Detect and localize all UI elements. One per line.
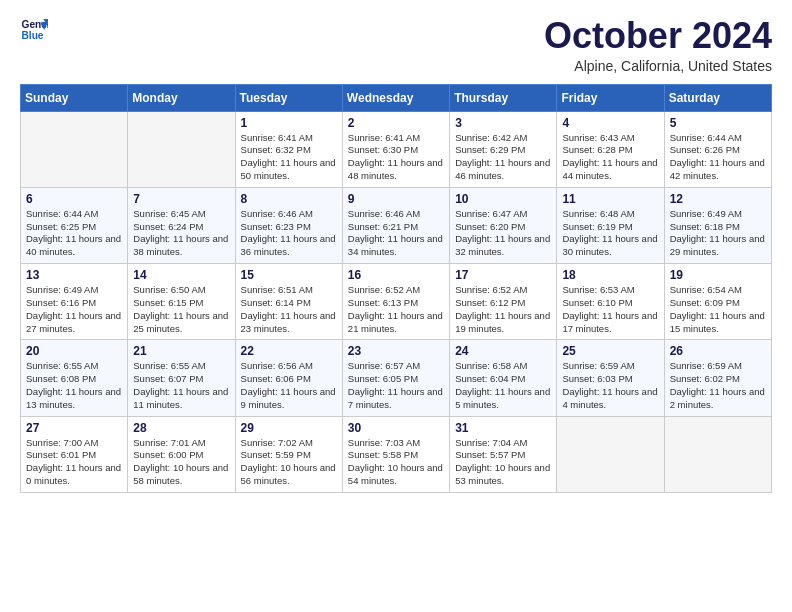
day-info: Sunrise: 6:50 AM Sunset: 6:15 PM Dayligh… [133, 284, 229, 335]
day-info: Sunrise: 7:03 AM Sunset: 5:58 PM Dayligh… [348, 437, 444, 488]
logo-icon: General Blue [20, 16, 48, 44]
table-row [664, 416, 771, 492]
day-number: 7 [133, 192, 229, 206]
table-row: 10Sunrise: 6:47 AM Sunset: 6:20 PM Dayli… [450, 187, 557, 263]
day-number: 26 [670, 344, 766, 358]
table-row: 3Sunrise: 6:42 AM Sunset: 6:29 PM Daylig… [450, 111, 557, 187]
table-row: 21Sunrise: 6:55 AM Sunset: 6:07 PM Dayli… [128, 340, 235, 416]
col-friday: Friday [557, 84, 664, 111]
table-row: 29Sunrise: 7:02 AM Sunset: 5:59 PM Dayli… [235, 416, 342, 492]
calendar-week-row: 1Sunrise: 6:41 AM Sunset: 6:32 PM Daylig… [21, 111, 772, 187]
day-info: Sunrise: 6:43 AM Sunset: 6:28 PM Dayligh… [562, 132, 658, 183]
table-row: 14Sunrise: 6:50 AM Sunset: 6:15 PM Dayli… [128, 264, 235, 340]
day-info: Sunrise: 6:53 AM Sunset: 6:10 PM Dayligh… [562, 284, 658, 335]
table-row: 31Sunrise: 7:04 AM Sunset: 5:57 PM Dayli… [450, 416, 557, 492]
day-number: 5 [670, 116, 766, 130]
day-info: Sunrise: 7:02 AM Sunset: 5:59 PM Dayligh… [241, 437, 337, 488]
day-info: Sunrise: 6:59 AM Sunset: 6:03 PM Dayligh… [562, 360, 658, 411]
table-row: 2Sunrise: 6:41 AM Sunset: 6:30 PM Daylig… [342, 111, 449, 187]
day-number: 30 [348, 421, 444, 435]
table-row: 22Sunrise: 6:56 AM Sunset: 6:06 PM Dayli… [235, 340, 342, 416]
day-info: Sunrise: 6:55 AM Sunset: 6:07 PM Dayligh… [133, 360, 229, 411]
day-number: 14 [133, 268, 229, 282]
table-row: 27Sunrise: 7:00 AM Sunset: 6:01 PM Dayli… [21, 416, 128, 492]
table-row: 4Sunrise: 6:43 AM Sunset: 6:28 PM Daylig… [557, 111, 664, 187]
day-number: 18 [562, 268, 658, 282]
day-number: 6 [26, 192, 122, 206]
day-info: Sunrise: 6:56 AM Sunset: 6:06 PM Dayligh… [241, 360, 337, 411]
day-number: 22 [241, 344, 337, 358]
day-info: Sunrise: 7:04 AM Sunset: 5:57 PM Dayligh… [455, 437, 551, 488]
table-row [21, 111, 128, 187]
table-row: 12Sunrise: 6:49 AM Sunset: 6:18 PM Dayli… [664, 187, 771, 263]
table-row: 17Sunrise: 6:52 AM Sunset: 6:12 PM Dayli… [450, 264, 557, 340]
table-row: 13Sunrise: 6:49 AM Sunset: 6:16 PM Dayli… [21, 264, 128, 340]
day-info: Sunrise: 6:41 AM Sunset: 6:30 PM Dayligh… [348, 132, 444, 183]
day-number: 15 [241, 268, 337, 282]
day-number: 11 [562, 192, 658, 206]
header: General Blue October 2024 Alpine, Califo… [20, 16, 772, 74]
day-info: Sunrise: 6:52 AM Sunset: 6:13 PM Dayligh… [348, 284, 444, 335]
day-info: Sunrise: 7:00 AM Sunset: 6:01 PM Dayligh… [26, 437, 122, 488]
day-number: 20 [26, 344, 122, 358]
col-sunday: Sunday [21, 84, 128, 111]
day-info: Sunrise: 6:57 AM Sunset: 6:05 PM Dayligh… [348, 360, 444, 411]
svg-text:Blue: Blue [22, 30, 44, 41]
col-wednesday: Wednesday [342, 84, 449, 111]
day-number: 12 [670, 192, 766, 206]
day-info: Sunrise: 6:49 AM Sunset: 6:18 PM Dayligh… [670, 208, 766, 259]
table-row: 6Sunrise: 6:44 AM Sunset: 6:25 PM Daylig… [21, 187, 128, 263]
day-number: 10 [455, 192, 551, 206]
table-row [557, 416, 664, 492]
table-row: 20Sunrise: 6:55 AM Sunset: 6:08 PM Dayli… [21, 340, 128, 416]
month-title: October 2024 [544, 16, 772, 56]
page: General Blue October 2024 Alpine, Califo… [0, 0, 792, 509]
title-block: October 2024 Alpine, California, United … [544, 16, 772, 74]
calendar-week-row: 6Sunrise: 6:44 AM Sunset: 6:25 PM Daylig… [21, 187, 772, 263]
day-number: 13 [26, 268, 122, 282]
day-number: 8 [241, 192, 337, 206]
col-tuesday: Tuesday [235, 84, 342, 111]
calendar: Sunday Monday Tuesday Wednesday Thursday… [20, 84, 772, 493]
day-info: Sunrise: 6:44 AM Sunset: 6:25 PM Dayligh… [26, 208, 122, 259]
table-row: 19Sunrise: 6:54 AM Sunset: 6:09 PM Dayli… [664, 264, 771, 340]
day-info: Sunrise: 6:44 AM Sunset: 6:26 PM Dayligh… [670, 132, 766, 183]
day-info: Sunrise: 6:47 AM Sunset: 6:20 PM Dayligh… [455, 208, 551, 259]
location: Alpine, California, United States [544, 58, 772, 74]
table-row: 23Sunrise: 6:57 AM Sunset: 6:05 PM Dayli… [342, 340, 449, 416]
table-row: 26Sunrise: 6:59 AM Sunset: 6:02 PM Dayli… [664, 340, 771, 416]
day-number: 31 [455, 421, 551, 435]
day-info: Sunrise: 6:46 AM Sunset: 6:21 PM Dayligh… [348, 208, 444, 259]
table-row: 16Sunrise: 6:52 AM Sunset: 6:13 PM Dayli… [342, 264, 449, 340]
day-number: 24 [455, 344, 551, 358]
day-info: Sunrise: 6:51 AM Sunset: 6:14 PM Dayligh… [241, 284, 337, 335]
calendar-week-row: 27Sunrise: 7:00 AM Sunset: 6:01 PM Dayli… [21, 416, 772, 492]
day-info: Sunrise: 6:42 AM Sunset: 6:29 PM Dayligh… [455, 132, 551, 183]
calendar-week-row: 13Sunrise: 6:49 AM Sunset: 6:16 PM Dayli… [21, 264, 772, 340]
table-row: 8Sunrise: 6:46 AM Sunset: 6:23 PM Daylig… [235, 187, 342, 263]
table-row: 1Sunrise: 6:41 AM Sunset: 6:32 PM Daylig… [235, 111, 342, 187]
day-number: 27 [26, 421, 122, 435]
day-number: 28 [133, 421, 229, 435]
day-info: Sunrise: 7:01 AM Sunset: 6:00 PM Dayligh… [133, 437, 229, 488]
table-row: 25Sunrise: 6:59 AM Sunset: 6:03 PM Dayli… [557, 340, 664, 416]
table-row: 7Sunrise: 6:45 AM Sunset: 6:24 PM Daylig… [128, 187, 235, 263]
table-row: 18Sunrise: 6:53 AM Sunset: 6:10 PM Dayli… [557, 264, 664, 340]
day-info: Sunrise: 6:54 AM Sunset: 6:09 PM Dayligh… [670, 284, 766, 335]
day-number: 29 [241, 421, 337, 435]
day-info: Sunrise: 6:59 AM Sunset: 6:02 PM Dayligh… [670, 360, 766, 411]
day-number: 9 [348, 192, 444, 206]
day-number: 25 [562, 344, 658, 358]
table-row: 11Sunrise: 6:48 AM Sunset: 6:19 PM Dayli… [557, 187, 664, 263]
day-header-row: Sunday Monday Tuesday Wednesday Thursday… [21, 84, 772, 111]
day-info: Sunrise: 6:45 AM Sunset: 6:24 PM Dayligh… [133, 208, 229, 259]
day-info: Sunrise: 6:46 AM Sunset: 6:23 PM Dayligh… [241, 208, 337, 259]
day-info: Sunrise: 6:55 AM Sunset: 6:08 PM Dayligh… [26, 360, 122, 411]
col-saturday: Saturday [664, 84, 771, 111]
logo: General Blue [20, 16, 48, 44]
day-number: 23 [348, 344, 444, 358]
day-number: 4 [562, 116, 658, 130]
day-info: Sunrise: 6:48 AM Sunset: 6:19 PM Dayligh… [562, 208, 658, 259]
col-thursday: Thursday [450, 84, 557, 111]
table-row: 15Sunrise: 6:51 AM Sunset: 6:14 PM Dayli… [235, 264, 342, 340]
